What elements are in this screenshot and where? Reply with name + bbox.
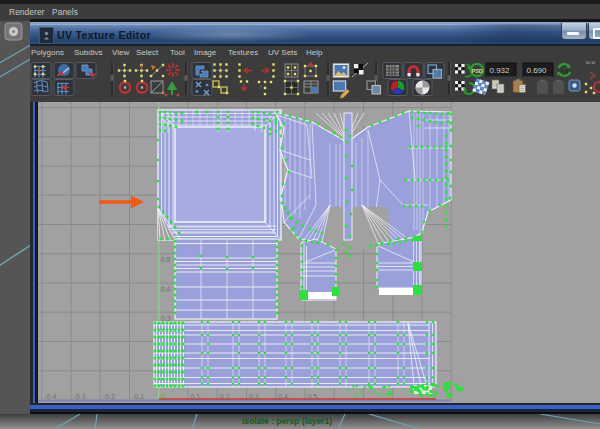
- svg-text:0.4: 0.4: [161, 286, 171, 293]
- svg-text:0.5: 0.5: [161, 256, 171, 263]
- svg-text:0.2: 0.2: [220, 393, 230, 400]
- svg-text:-0.1: -0.1: [132, 393, 144, 400]
- svg-text:0.3: 0.3: [161, 315, 171, 322]
- svg-text:-0.4: -0.4: [44, 393, 56, 400]
- svg-text:0.0: 0.0: [586, 61, 595, 65]
- svg-text:0.3: 0.3: [249, 393, 259, 400]
- svg-text:-0.2: -0.2: [103, 393, 115, 400]
- svg-text:0.0: 0.0: [560, 68, 569, 74]
- svg-text:-0.3: -0.3: [74, 393, 86, 400]
- svg-text:PSD: PSD: [472, 68, 483, 74]
- svg-text:0.4: 0.4: [278, 393, 288, 400]
- svg-text:0.690: 0.690: [527, 66, 548, 75]
- svg-text:0.5: 0.5: [308, 393, 318, 400]
- svg-text:0: 0: [160, 393, 164, 400]
- svg-text:0.1: 0.1: [191, 393, 201, 400]
- svg-text:0.932: 0.932: [490, 66, 511, 75]
